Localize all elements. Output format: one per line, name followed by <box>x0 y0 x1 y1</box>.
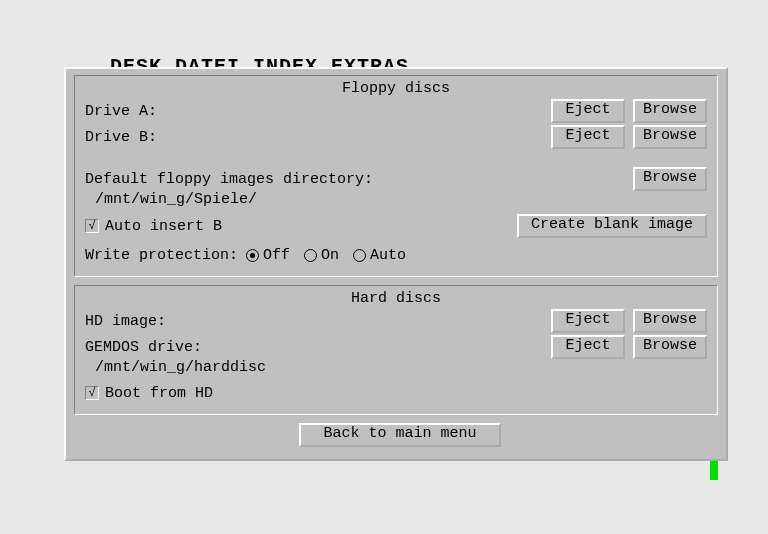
auto-insert-b-label: Auto insert B <box>105 218 222 235</box>
wp-auto-label: Auto <box>370 247 406 264</box>
hd-image-eject-button[interactable]: Eject <box>551 309 625 333</box>
write-protection-label: Write protection: <box>85 247 238 264</box>
gemdos-eject-button[interactable]: Eject <box>551 335 625 359</box>
floppy-group: Floppy discs Drive A: Eject Browse Drive… <box>74 75 718 277</box>
write-protection-auto-radio[interactable]: Auto <box>353 247 406 264</box>
radio-icon <box>246 249 259 262</box>
boot-from-hd-checkbox[interactable]: √ Boot from HD <box>85 385 213 402</box>
drive-b-label: Drive B: <box>85 129 157 146</box>
floppy-title: Floppy discs <box>85 80 707 97</box>
radio-icon <box>353 249 366 262</box>
drive-b-browse-button[interactable]: Browse <box>633 125 707 149</box>
gemdos-row: GEMDOS drive: Eject Browse <box>85 335 707 359</box>
create-blank-image-button[interactable]: Create blank image <box>517 214 707 238</box>
hard-title: Hard discs <box>85 290 707 307</box>
wp-on-label: On <box>321 247 339 264</box>
auto-insert-b-checkbox[interactable]: √ Auto insert B <box>85 218 222 235</box>
discs-dialog: Floppy discs Drive A: Eject Browse Drive… <box>64 67 728 461</box>
hd-image-browse-button[interactable]: Browse <box>633 309 707 333</box>
radio-icon <box>304 249 317 262</box>
drive-a-eject-button[interactable]: Eject <box>551 99 625 123</box>
boot-from-hd-label: Boot from HD <box>105 385 213 402</box>
gemdos-browse-button[interactable]: Browse <box>633 335 707 359</box>
back-to-main-menu-button[interactable]: Back to main menu <box>299 423 501 447</box>
write-protection-on-radio[interactable]: On <box>304 247 339 264</box>
hard-group: Hard discs HD image: Eject Browse GEMDOS… <box>74 285 718 415</box>
gemdos-path: /mnt/win_g/harddisc <box>95 359 707 376</box>
drive-b-eject-button[interactable]: Eject <box>551 125 625 149</box>
gemdos-label: GEMDOS drive: <box>85 339 202 356</box>
drive-a-row: Drive A: Eject Browse <box>85 99 707 123</box>
default-dir-row: Default floppy images directory: Browse <box>85 167 707 191</box>
drive-a-browse-button[interactable]: Browse <box>633 99 707 123</box>
checkbox-mark-icon: √ <box>85 219 99 233</box>
drive-a-label: Drive A: <box>85 103 157 120</box>
write-protection-off-radio[interactable]: Off <box>246 247 290 264</box>
default-dir-path: /mnt/win_g/Spiele/ <box>95 191 707 208</box>
drive-b-row: Drive B: Eject Browse <box>85 125 707 149</box>
default-dir-label: Default floppy images directory: <box>85 171 373 188</box>
default-dir-browse-button[interactable]: Browse <box>633 167 707 191</box>
hd-image-label: HD image: <box>85 313 166 330</box>
hd-image-row: HD image: Eject Browse <box>85 309 707 333</box>
wp-off-label: Off <box>263 247 290 264</box>
checkbox-mark-icon: √ <box>85 386 99 400</box>
